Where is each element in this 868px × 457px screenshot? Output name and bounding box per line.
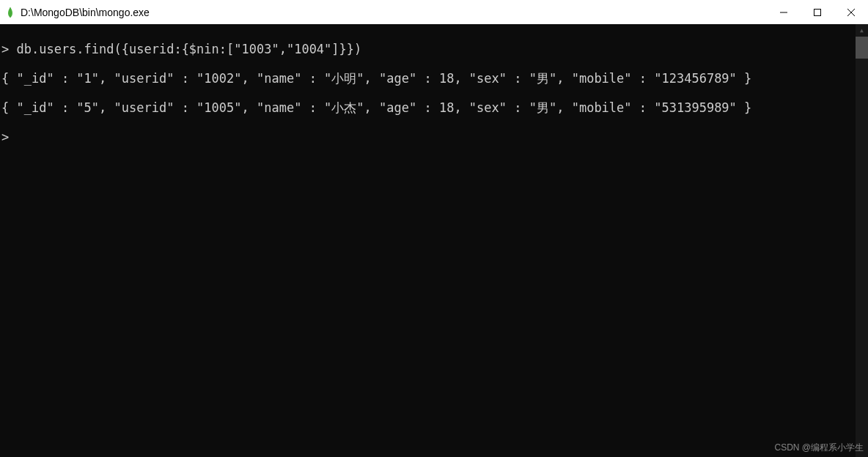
maximize-button[interactable] <box>801 0 834 24</box>
terminal-line: > <box>1 130 867 144</box>
window-controls <box>767 0 868 24</box>
window-titlebar[interactable]: D:\MongoDB\bin\mongo.exe <box>0 0 868 24</box>
vertical-scrollbar[interactable]: ▲ <box>856 24 868 457</box>
mongodb-icon <box>4 7 16 18</box>
minimize-button[interactable] <box>767 0 801 24</box>
scroll-up-button[interactable]: ▲ <box>856 24 868 37</box>
terminal-output[interactable]: > db.users.find({userid:{$nin:["1003","1… <box>0 24 868 457</box>
svg-rect-1 <box>814 9 821 15</box>
watermark: CSDN @编程系小学生 <box>774 442 864 454</box>
window-title: D:\MongoDB\bin\mongo.exe <box>21 7 150 18</box>
scroll-thumb[interactable] <box>856 37 868 59</box>
close-button[interactable] <box>834 0 868 24</box>
terminal-line: { "_id" : "5", "userid" : "1005", "name"… <box>1 100 867 115</box>
terminal-line: > db.users.find({userid:{$nin:["1003","1… <box>1 42 867 56</box>
terminal-line: { "_id" : "1", "userid" : "1002", "name"… <box>1 71 867 86</box>
